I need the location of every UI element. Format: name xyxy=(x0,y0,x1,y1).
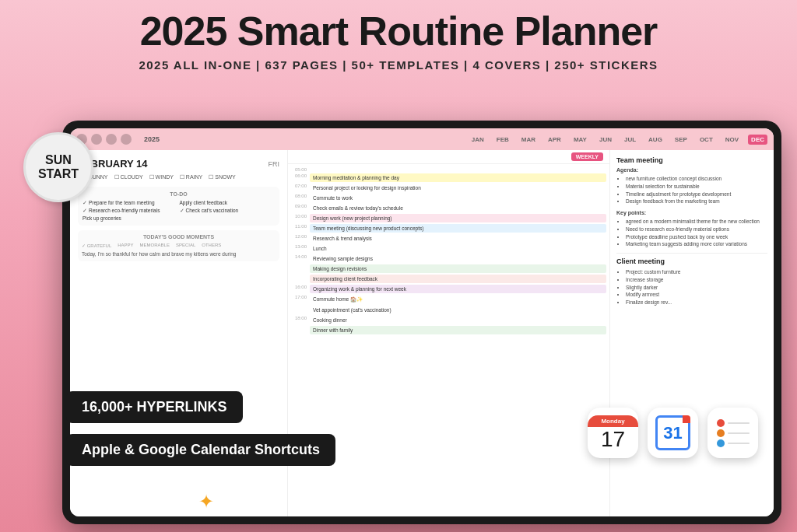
event-row-16: Dinner with family xyxy=(291,326,606,334)
agenda-item-4: Design feedback from the marketing team xyxy=(626,198,767,205)
event-row-9: 14:00 Reviewing sample designs xyxy=(291,254,606,263)
time-1200: 12:00 xyxy=(291,234,307,239)
reminder-line-1 xyxy=(728,422,750,424)
month-sep[interactable]: SEP xyxy=(672,135,690,145)
event-row-7: 12:00 Research & trend analysis xyxy=(291,234,606,243)
month-jan[interactable]: JAN xyxy=(469,135,487,145)
calendar-shortcuts-text: Apple & Google Calendar Shortcuts xyxy=(82,442,320,457)
topbar-months: JAN FEB MAR APR MAY JUN JUL AUG SEP OCT … xyxy=(469,135,767,145)
apple-cal-day-number: 17 xyxy=(601,429,625,450)
agenda-list: new furniture collection concept discuss… xyxy=(616,175,767,205)
topbar-icon-4 xyxy=(121,134,132,145)
weather-bar: ✓ SUNNY ☐ CLOUDY ☐ WINDY ☐ RAINY ☐ SNOWY xyxy=(78,174,279,180)
client-item-4: Modify armrest xyxy=(626,291,767,299)
todo-section: To-do ✓ Prepare for the team meeting App… xyxy=(78,187,279,226)
client-meeting-title: Client meeting xyxy=(616,257,767,265)
todo-item-2: ✓ Research eco-friendly materials xyxy=(83,208,178,214)
reminder-line-2 xyxy=(728,432,750,434)
date-day: FRI xyxy=(269,160,280,168)
reminder-dot-red xyxy=(717,419,725,427)
main-title: 2025 Smart Routine Planner xyxy=(0,9,797,54)
reminder-line-3 xyxy=(728,443,750,444)
todo-item-1: ✓ Prepare for the team meeting xyxy=(83,200,178,206)
event-morning-meditation: Morning meditation & planning the day xyxy=(310,173,606,182)
header-section: 2025 Smart Routine Planner 2025 ALL IN-O… xyxy=(0,9,797,72)
apple-calendar-icon[interactable]: Monday 17 xyxy=(588,408,638,458)
event-row-15: 18:00 Cooking dinner xyxy=(291,316,606,324)
month-oct[interactable]: OCT xyxy=(697,135,716,145)
key-points-label: Key points: xyxy=(616,210,767,215)
agenda-item-1: new furniture collection concept discuss… xyxy=(626,175,767,183)
event-row-6: 11:00 Team meeting (discussing new produ… xyxy=(291,224,606,233)
time-1100: 11:00 xyxy=(291,224,307,229)
sun-label: SUN xyxy=(45,153,72,167)
event-research: Research & trend analysis xyxy=(310,234,606,243)
subtitle: 2025 ALL IN-ONE | 637 PAGES | 50+ TEMPLA… xyxy=(0,58,797,72)
reminder-row-3 xyxy=(717,439,750,447)
time-0600: 06:00 xyxy=(291,173,307,178)
cat-happy: HAPPY xyxy=(118,243,133,248)
event-personal-project: Personal project or looking for design i… xyxy=(310,184,606,192)
event-reviewing: Reviewing sample designs xyxy=(310,254,606,263)
key-point-2: Need to research eco-friendly material o… xyxy=(626,226,767,233)
key-point-3: Prototype deadline pushed back by one we… xyxy=(626,233,767,241)
client-item-2: Increase storage xyxy=(626,276,767,284)
client-item-3: Slightly darker xyxy=(626,284,767,292)
key-point-4: Marketing team suggests adding more colo… xyxy=(626,240,767,248)
weather-rainy: ☐ RAINY xyxy=(180,174,202,180)
good-moments-section: TODAY'S GOOD MOMENTS ✓ GRATEFUL HAPPY ME… xyxy=(78,230,279,261)
event-0 xyxy=(310,167,606,170)
month-feb[interactable]: FEB xyxy=(493,135,512,145)
weekly-badge: WEEKLY xyxy=(571,152,603,161)
month-mar[interactable]: MAR xyxy=(518,135,539,145)
month-apr[interactable]: APR xyxy=(545,135,564,145)
client-item-5: Finalize design rev... xyxy=(626,299,767,306)
todo-item-4: Apply client feedback xyxy=(180,200,276,206)
month-jun[interactable]: JUN xyxy=(596,135,615,145)
cat-memorable: MEMORABLE xyxy=(140,243,170,248)
reminder-row-1 xyxy=(717,419,750,427)
event-row-5: 10:00 Design work (new project planning) xyxy=(291,214,606,222)
client-list: Project: custom furniture Increase stora… xyxy=(616,268,767,306)
time-0500: 05:00 xyxy=(291,167,307,172)
time-entries: 05:00 06:00 Morning meditation & plannin… xyxy=(288,164,609,339)
event-dinner: Dinner with family xyxy=(310,326,606,334)
tablet-topbar: 2025 JAN FEB MAR APR MAY JUN JUL AUG SEP… xyxy=(70,128,774,150)
key-points-list: agreed on a modern minimalist theme for … xyxy=(616,218,767,248)
event-organizing: Organizing work & planning for next week xyxy=(310,285,606,293)
weekly-header: WEEKLY xyxy=(288,150,609,164)
weather-cloudy: ☐ CLOUDY xyxy=(114,174,143,180)
reminders-icon[interactable] xyxy=(707,408,758,458)
google-cal-number: 31 xyxy=(663,423,682,443)
google-calendar-icon[interactable]: 31 xyxy=(648,408,698,458)
month-dec[interactable]: DEC xyxy=(748,135,767,145)
event-row-13: 17:00 Commute home 🏠✨ xyxy=(291,295,606,304)
event-row-0: 05:00 xyxy=(291,167,606,172)
todo-label: To-do xyxy=(83,191,275,197)
weather-windy: ☐ WINDY xyxy=(149,174,174,180)
cat-special: SPECIAL xyxy=(176,243,195,248)
calendar-shortcuts-badge: Apple & Google Calendar Shortcuts xyxy=(66,434,335,466)
event-row-14: Vet appointment (cat's vaccination) xyxy=(291,306,606,314)
reminder-dot-orange xyxy=(717,429,725,437)
month-aug[interactable]: AUG xyxy=(645,135,665,145)
agenda-item-3: Timeline adjustment for prototype develo… xyxy=(626,191,767,198)
event-team-meeting: Team meeting (discussing new product con… xyxy=(310,224,606,233)
time-1300: 13:00 xyxy=(291,244,307,249)
month-jul[interactable]: JUL xyxy=(621,135,639,145)
weekly-panel: WEEKLY 05:00 06:00 Morning meditation & … xyxy=(288,150,610,516)
todo-grid: ✓ Prepare for the team meeting Apply cli… xyxy=(83,200,275,221)
time-1400: 14:00 xyxy=(291,254,307,259)
month-may[interactable]: MAY xyxy=(571,135,590,145)
event-check-emails: Check emails & review today's schedule xyxy=(310,204,606,212)
right-panel: Team meeting Agenda: new furniture colle… xyxy=(610,150,774,516)
time-0700: 07:00 xyxy=(291,184,307,188)
event-commute: Commute to work xyxy=(310,194,606,202)
hyperlinks-badge: 16,000+ HYPERLINKS xyxy=(66,391,243,423)
topbar-icon-2 xyxy=(91,134,102,145)
event-row-11: Incorporating client feedback xyxy=(291,275,606,283)
todo-item-3: Pick up groceries xyxy=(83,215,178,221)
event-client-feedback: Incorporating client feedback xyxy=(310,275,606,283)
note-divider xyxy=(616,253,767,254)
month-nov[interactable]: NOV xyxy=(722,135,742,145)
